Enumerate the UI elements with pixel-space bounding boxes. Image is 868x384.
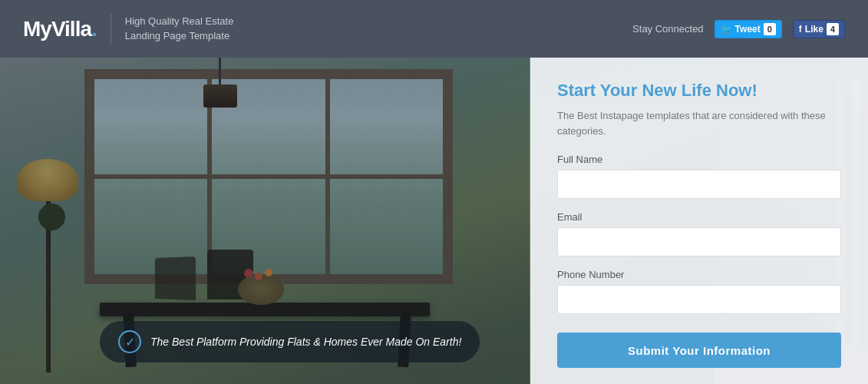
bottom-tagline-bar: ✓ The Best Platform Providing Flats & Ho… [100,321,480,362]
email-input[interactable] [557,227,841,257]
tweet-label: Tweet [735,24,761,35]
phone-group: Phone Number [557,269,841,314]
lead-form-panel: Start Your New Life Now! The Best Instap… [530,58,868,384]
submit-button[interactable]: Submit Your Information [557,333,841,368]
stay-connected-label: Stay Connected [632,23,704,35]
twitter-icon: 🐦 [721,24,732,35]
logo: MyVilla. [23,17,97,41]
bottom-tagline-text: The Best Platform Providing Flats & Home… [150,336,461,348]
logo-name: MyVilla [23,17,91,41]
phone-input[interactable] [557,285,841,314]
like-label: Like [805,24,823,35]
logo-divider [111,14,111,45]
full-name-label: Full Name [557,154,841,165]
header-left: MyVilla. High Quality Real Estate Landin… [23,14,256,45]
hero-section: ✓ The Best Platform Providing Flats & Ho… [0,58,868,384]
full-name-input[interactable] [557,170,841,199]
header: MyVilla. High Quality Real Estate Landin… [0,0,868,58]
form-subtitle: The Best Instapage templates that are co… [557,108,841,138]
like-button[interactable]: f Like 4 [793,20,845,38]
tweet-count: 0 [764,23,776,35]
tweet-button[interactable]: 🐦 Tweet 0 [715,20,782,38]
email-label: Email [557,211,841,223]
full-name-group: Full Name [557,154,841,199]
header-right: Stay Connected 🐦 Tweet 0 f Like 4 [632,20,845,38]
check-icon: ✓ [118,330,141,353]
logo-dot: . [91,17,97,41]
email-group: Email [557,211,841,257]
form-title: Start Your New Life Now! [557,81,841,101]
header-tagline: High Quality Real Estate Landing Page Te… [125,15,256,42]
like-count: 4 [827,23,839,35]
facebook-icon: f [799,24,802,35]
phone-label: Phone Number [557,269,841,280]
